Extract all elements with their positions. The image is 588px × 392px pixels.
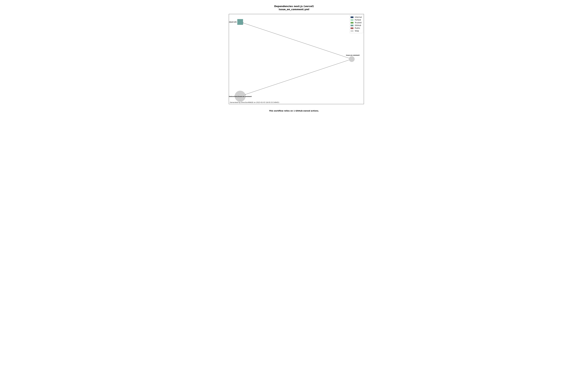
- legend-swatch: [350, 19, 354, 21]
- graph-svg: checkout [v3]issue-on-comment./.github/a…: [229, 14, 364, 104]
- legend-swatch: [350, 28, 354, 29]
- legend-label: GitHub: [355, 24, 361, 27]
- legend: InternalForkedTrustedGitHubPublicStep: [350, 15, 363, 33]
- legend-row: Forked: [350, 18, 362, 21]
- title-line1: Dependencies next.js (vercel): [274, 5, 314, 8]
- generated-by: Generated by DirectionMIAGE on 2023-02-0…: [230, 102, 279, 103]
- node-checkout: [237, 19, 243, 25]
- edge: [243, 23, 349, 58]
- plot-area: checkout [v3]issue-on-comment./.github/a…: [229, 14, 364, 104]
- legend-row: GitHub: [350, 24, 362, 27]
- node-label: ./.github/actions/issue-on-comment: [229, 96, 252, 97]
- legend-label: Public: [355, 27, 360, 30]
- legend-label: Trusted: [355, 21, 362, 24]
- chart-title: Dependencies next.js (vercel) issue_on_c…: [206, 0, 382, 11]
- node-issue-comment: [349, 56, 355, 62]
- legend-label: Forked: [355, 18, 361, 21]
- legend-row: Public: [350, 27, 362, 30]
- legend-row: Internal: [350, 16, 362, 18]
- node-label: issue-on-comment: [346, 54, 360, 56]
- title-line2: issue_on_comment.yml: [279, 8, 309, 11]
- legend-swatch: [350, 30, 354, 32]
- legend-row: Step: [350, 30, 362, 32]
- legend-swatch: [350, 16, 354, 18]
- node-label: checkout [v3]: [229, 21, 236, 23]
- legend-label: Step: [355, 30, 359, 32]
- legend-swatch: [350, 25, 354, 26]
- legend-swatch: [350, 22, 354, 24]
- caption: This workflow relies on 1 GitHub-owned a…: [206, 110, 382, 112]
- legend-row: Trusted: [350, 21, 362, 24]
- legend-label: Internal: [355, 16, 362, 18]
- edge: [245, 60, 349, 94]
